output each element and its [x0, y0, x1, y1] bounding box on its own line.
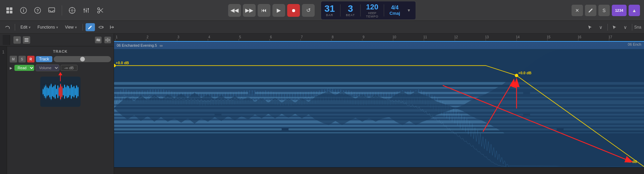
svg-point-5: [23, 8, 24, 9]
play-button[interactable]: ▶: [272, 4, 285, 17]
svg-rect-79: [57, 86, 58, 98]
svg-rect-35: [97, 39, 98, 40]
svg-text:1: 1: [116, 35, 118, 39]
svg-text:?: ?: [37, 8, 39, 13]
second-toolbar: Edit ∨ Functions ∨ View ∨: [0, 21, 644, 34]
volume-select[interactable]: Volume: [36, 64, 59, 71]
track-number-col: 1: [0, 46, 7, 174]
expand-arrow[interactable]: ▶: [10, 66, 12, 70]
pointer2-tool[interactable]: ∨: [596, 23, 605, 31]
pencil-tool[interactable]: [86, 23, 95, 31]
svg-rect-6: [23, 10, 24, 12]
svg-rect-80: [59, 88, 60, 96]
track-controls: TRACK M S R Track ▶ Read: [7, 46, 114, 174]
toolbar-divider-1: [62, 5, 62, 15]
up-arrow-indicator: [58, 72, 63, 83]
svg-rect-30: [24, 38, 29, 39]
svg-rect-94: [77, 87, 78, 96]
svg-rect-33: [96, 39, 100, 40]
tempo-display[interactable]: 120 KEEP TEMPO: [366, 3, 378, 18]
loop-tool[interactable]: [96, 23, 106, 31]
close-button[interactable]: ✕: [572, 5, 583, 16]
svg-rect-69: [44, 87, 45, 96]
mixer-icon[interactable]: [81, 5, 92, 16]
svg-text:13: 13: [485, 35, 489, 39]
mute-button[interactable]: M: [10, 56, 17, 62]
help-icon[interactable]: ?: [32, 5, 43, 16]
snap-chevron[interactable]: ∨: [621, 23, 630, 31]
beat-display: 3 BEAT: [346, 4, 355, 17]
svg-text:6: 6: [270, 35, 272, 39]
metronome-icon[interactable]: [67, 5, 77, 16]
svg-rect-75: [52, 87, 53, 96]
svg-rect-70: [45, 86, 46, 98]
audio-region[interactable]: 06 Enchanted Evening.5 ∞ 06 Ench: [114, 41, 644, 167]
snap-pointer[interactable]: [610, 23, 619, 31]
svg-rect-31: [24, 40, 29, 40]
svg-rect-93: [76, 86, 77, 98]
s-button[interactable]: S: [598, 5, 610, 16]
resize-icon[interactable]: [104, 37, 111, 43]
svg-text:17: 17: [608, 35, 612, 39]
track-buttons-row: M S R Track: [10, 56, 111, 62]
display-divider-3: [384, 4, 384, 16]
db-label-right: +0.0 dB: [518, 71, 532, 75]
pan-slider[interactable]: [54, 56, 111, 62]
svg-rect-135: [255, 92, 523, 94]
number-button[interactable]: 1234: [612, 5, 627, 16]
svg-point-11: [71, 9, 73, 11]
snap-tool[interactable]: [107, 23, 116, 31]
solo-button[interactable]: S: [18, 56, 26, 62]
pointer-tool[interactable]: [585, 23, 595, 31]
svg-point-23: [98, 8, 100, 10]
left-header: +: [0, 34, 114, 46]
record-enable-button[interactable]: R: [27, 56, 35, 62]
toolbar2-divider-1: [15, 24, 15, 31]
svg-rect-32: [24, 41, 29, 42]
triangle-button[interactable]: ▲: [629, 5, 640, 16]
svg-rect-83: [63, 88, 64, 95]
svg-rect-34: [96, 40, 100, 41]
pencil-button[interactable]: [585, 5, 596, 16]
svg-rect-81: [60, 84, 61, 99]
view-menu[interactable]: View ∨: [62, 23, 80, 31]
record-button[interactable]: ⏺: [287, 4, 300, 17]
display-dropdown[interactable]: ▼: [406, 8, 412, 13]
fast-forward-button[interactable]: ▶▶: [243, 4, 256, 17]
svg-rect-74: [51, 84, 52, 99]
svg-rect-87: [68, 86, 69, 97]
read-select[interactable]: Read: [14, 65, 34, 71]
svg-text:9: 9: [363, 35, 365, 39]
track-label: TRACK: [53, 49, 68, 53]
db-label-left: +0.0 dB: [116, 61, 129, 65]
svg-text:5: 5: [239, 35, 241, 39]
functions-label: Functions: [38, 25, 55, 30]
display-divider-2: [360, 4, 361, 16]
automation-node-peak: [515, 74, 518, 77]
functions-menu[interactable]: Functions ∨: [35, 23, 61, 31]
scissors-icon[interactable]: [95, 5, 106, 16]
inbox-icon[interactable]: [46, 5, 57, 16]
curve-icon[interactable]: [3, 23, 12, 31]
track-name-button[interactable]: Track: [36, 56, 53, 62]
add-track-button[interactable]: +: [13, 36, 21, 44]
key-value: Cmaj: [389, 11, 400, 16]
skip-back-button[interactable]: ⏮: [258, 4, 270, 17]
timeline-area: 1 2 3 4 5 6 7 8: [114, 34, 644, 174]
info-icon[interactable]: [18, 5, 29, 16]
settings-icon[interactable]: [95, 37, 102, 43]
edit-chevron: ∨: [29, 26, 31, 29]
edit-menu[interactable]: Edit ∨: [18, 23, 34, 31]
cycle-button[interactable]: ↺: [302, 4, 315, 17]
region-loop-icon: ∞: [160, 43, 163, 48]
svg-rect-1: [10, 7, 12, 10]
svg-rect-0: [6, 7, 9, 10]
region-title-right: 06 Ench: [628, 42, 641, 46]
rewind-button[interactable]: ◀◀: [228, 4, 241, 17]
svg-rect-19: [84, 9, 85, 10]
view-label: View: [65, 25, 74, 30]
beat-value: 3: [348, 4, 353, 13]
grid-icon[interactable]: [4, 5, 15, 16]
svg-text:10: 10: [392, 35, 396, 39]
track-list-icon[interactable]: [23, 36, 30, 44]
